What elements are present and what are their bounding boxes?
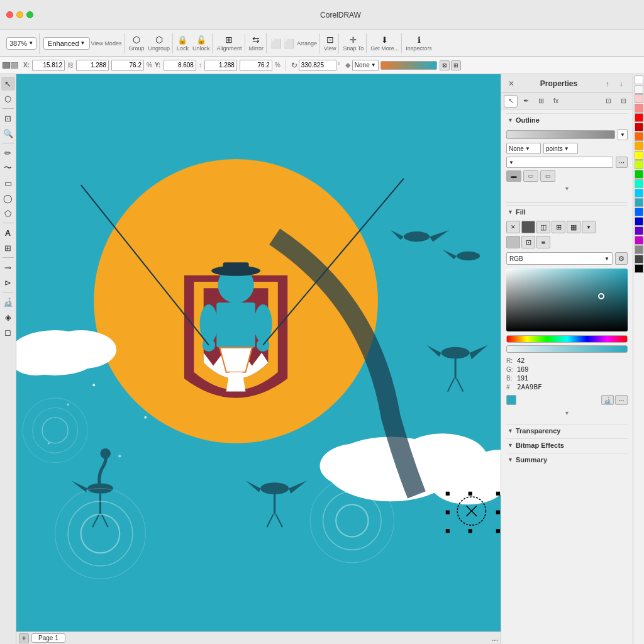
- close-window-btn[interactable]: [6, 11, 13, 18]
- eyedropper-swatch-btn[interactable]: 🔬: [601, 395, 614, 405]
- fill-solid-btn[interactable]: [521, 221, 535, 233]
- h2-input[interactable]: [240, 60, 272, 71]
- transparency-tool-btn[interactable]: ◻: [1, 325, 15, 339]
- h1-input[interactable]: [111, 60, 144, 71]
- page-tab-1[interactable]: Page 1: [31, 633, 65, 643]
- arrange-label[interactable]: Arrange: [297, 40, 317, 47]
- tab-extra[interactable]: ⊟: [616, 95, 630, 108]
- summary-header[interactable]: ▼ Summary: [506, 453, 628, 466]
- palette-swatch-magenta[interactable]: [635, 236, 643, 245]
- outline-section-header[interactable]: ▼ Outline: [506, 113, 628, 126]
- polygon-tool-btn[interactable]: ⬠: [1, 206, 15, 220]
- tab-copy[interactable]: ⊡: [601, 95, 615, 108]
- panel-close-btn[interactable]: ✕: [506, 79, 516, 89]
- fill-tool-btn[interactable]: ◈: [1, 310, 15, 324]
- palette-swatch-nearwhite[interactable]: [635, 85, 643, 94]
- mirror-label[interactable]: Mirror: [249, 45, 264, 52]
- panel-arrow-down-btn[interactable]: ↓: [615, 77, 628, 90]
- canvas-area[interactable]: + Page 1 ...: [16, 74, 501, 644]
- palette-swatch-white[interactable]: [635, 75, 643, 84]
- artwork-canvas[interactable]: [16, 74, 501, 631]
- palette-swatch-blue[interactable]: [635, 208, 643, 216]
- maximize-window-btn[interactable]: [26, 11, 33, 18]
- fill-type-dropdown[interactable]: None ▼: [352, 60, 379, 71]
- color-mode-select[interactable]: RGB ▼: [506, 252, 613, 265]
- palette-swatch-gray[interactable]: [635, 245, 643, 254]
- align-left-icon[interactable]: ⊠: [440, 60, 450, 70]
- cap-flat-btn[interactable]: ▬: [506, 170, 521, 182]
- color-gradient-area[interactable]: [506, 269, 628, 331]
- w2-input[interactable]: [204, 60, 237, 71]
- fill-section-header[interactable]: ▼ Fill: [506, 205, 628, 218]
- tab-fx[interactable]: fx: [549, 95, 563, 108]
- connector-tool-btn[interactable]: ⊳: [1, 275, 15, 289]
- palette-swatch-pink[interactable]: [635, 104, 643, 113]
- fill-apply-btn[interactable]: ≡: [536, 236, 550, 248]
- color-alpha-bar[interactable]: [506, 345, 628, 353]
- alignment-label[interactable]: Alignment: [216, 45, 242, 52]
- cap-square-btn[interactable]: ▭: [540, 170, 555, 182]
- palette-swatch-teal[interactable]: [635, 179, 643, 188]
- view-mode-dropdown[interactable]: Enhanced ▼: [43, 37, 89, 50]
- rotation-input[interactable]: [299, 60, 336, 71]
- palette-swatch-darkblue[interactable]: [635, 217, 643, 226]
- bitmap-effects-header[interactable]: ▼ Bitmap Effects: [506, 438, 628, 452]
- panel-arrow-up-btn[interactable]: ↑: [601, 77, 614, 90]
- add-page-btn[interactable]: +: [19, 633, 29, 643]
- transparency-header[interactable]: ▼ Transparency: [506, 424, 628, 437]
- fill-none-btn[interactable]: ✕: [506, 221, 520, 233]
- get-more-label[interactable]: Get More...: [370, 45, 399, 52]
- y-input[interactable]: [164, 60, 196, 71]
- fill-uniform2-btn[interactable]: ⊡: [521, 236, 535, 248]
- freehand-tool-btn[interactable]: ✏: [1, 146, 15, 160]
- page-more-btn[interactable]: ...: [492, 634, 498, 643]
- ungroup-label[interactable]: Ungroup: [148, 45, 170, 52]
- fill-mesh-btn[interactable]: ⊞: [552, 221, 565, 233]
- outline-style-select[interactable]: ▼: [506, 157, 613, 168]
- zoom-tool-btn[interactable]: 🔍: [1, 126, 15, 140]
- color-settings-btn[interactable]: ⚙: [615, 252, 628, 265]
- table-tool-btn[interactable]: ⊞: [1, 241, 15, 255]
- group-label[interactable]: Group: [128, 45, 144, 52]
- color-picker-handle[interactable]: [598, 293, 604, 299]
- tab-pen[interactable]: ✒: [519, 95, 533, 108]
- tab-grid[interactable]: ⊞: [534, 95, 548, 108]
- outline-none-select[interactable]: None ▼: [506, 143, 541, 154]
- lock-label[interactable]: Lock: [177, 45, 189, 52]
- color-picker-box[interactable]: [506, 269, 628, 331]
- cap-round-btn[interactable]: ⬭: [523, 170, 538, 182]
- zoom-dropdown[interactable]: 387% ▼: [6, 37, 36, 50]
- dimension-tool-btn[interactable]: ⊸: [1, 260, 15, 274]
- rect-tool-btn[interactable]: ▭: [1, 176, 15, 190]
- palette-swatch-amber[interactable]: [635, 142, 643, 150]
- eyedropper-tool-btn[interactable]: 🔬: [1, 295, 15, 309]
- ellipse-tool-btn[interactable]: ◯: [1, 191, 15, 205]
- inspectors-label[interactable]: Inspectors: [406, 45, 432, 52]
- w1-input[interactable]: [76, 60, 109, 71]
- fill-pattern-btn[interactable]: ▦: [567, 221, 580, 233]
- crop-tool-btn[interactable]: ⊡: [1, 111, 15, 125]
- fill-color-preview[interactable]: [380, 61, 437, 70]
- palette-swatch-red[interactable]: [635, 113, 643, 122]
- outline-color-dropdown[interactable]: ▼: [618, 129, 628, 140]
- palette-swatch-cyan[interactable]: [635, 189, 643, 197]
- fill-gradient-btn[interactable]: ◫: [536, 221, 550, 233]
- bezier-tool-btn[interactable]: 〜: [1, 161, 15, 175]
- tab-pointer[interactable]: ↖: [504, 95, 518, 108]
- select-tool-btn[interactable]: ↖: [1, 77, 15, 91]
- snap-to-label[interactable]: Snap To: [343, 45, 364, 52]
- outline-expand-btn[interactable]: ▼: [506, 183, 628, 193]
- outline-color-bar[interactable]: [506, 130, 615, 139]
- minimize-window-btn[interactable]: [16, 11, 23, 18]
- fill-more-btn[interactable]: ▼: [582, 221, 596, 233]
- text-tool-btn[interactable]: A: [1, 226, 15, 240]
- palette-swatch-darkgray[interactable]: [635, 255, 643, 264]
- palette-swatch-darkred[interactable]: [635, 123, 643, 131]
- unlock-label[interactable]: Unlock: [192, 45, 210, 52]
- align-right-icon[interactable]: ⊞: [451, 60, 461, 70]
- view-label[interactable]: View: [324, 45, 336, 52]
- color-hue-bar[interactable]: [506, 335, 628, 343]
- palette-swatch-lime[interactable]: [635, 160, 643, 169]
- palette-swatch-orange[interactable]: [635, 132, 643, 141]
- node-tool-btn[interactable]: ⬡: [1, 92, 15, 106]
